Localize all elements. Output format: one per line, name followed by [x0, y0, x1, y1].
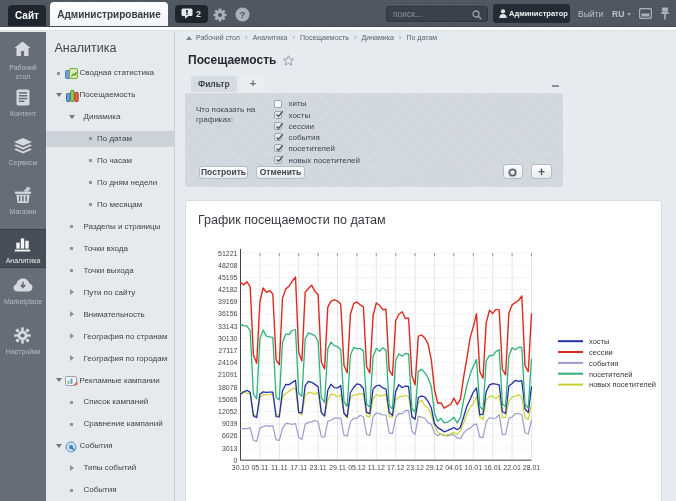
svg-text:30.10: 30.10: [232, 464, 250, 471]
svg-text:21091: 21091: [218, 371, 238, 378]
svg-text:05.11: 05.11: [251, 464, 268, 471]
svg-text:события: события: [589, 359, 618, 368]
svg-text:6026: 6026: [222, 432, 238, 439]
svg-text:новых посетителей: новых посетителей: [589, 380, 656, 389]
svg-text:04.01: 04.01: [445, 464, 463, 471]
svg-text:12052: 12052: [218, 408, 238, 415]
svg-text:05.12: 05.12: [348, 464, 366, 471]
svg-text:28.01: 28.01: [523, 464, 541, 471]
svg-text:0: 0: [234, 457, 238, 464]
svg-text:3013: 3013: [222, 445, 238, 452]
svg-text:11.12: 11.12: [368, 464, 385, 471]
svg-text:9039: 9039: [222, 420, 238, 427]
svg-text:?: ?: [240, 9, 246, 20]
svg-text:16.01: 16.01: [484, 464, 502, 471]
svg-text:51221: 51221: [218, 250, 238, 257]
svg-text:30130: 30130: [218, 335, 238, 342]
svg-text:сессии: сессии: [589, 348, 613, 357]
svg-text:посетителей: посетителей: [589, 370, 633, 379]
svg-text:23.12: 23.12: [406, 464, 424, 471]
svg-text:15065: 15065: [218, 396, 238, 403]
svg-text:33143: 33143: [218, 323, 238, 330]
svg-text:27117: 27117: [219, 347, 238, 354]
svg-text:17.12: 17.12: [387, 464, 405, 471]
svg-text:17.11: 17.11: [290, 464, 307, 471]
svg-text:45195: 45195: [218, 274, 238, 281]
svg-text:39169: 39169: [218, 298, 238, 305]
svg-text:10.01: 10.01: [465, 464, 483, 471]
svg-text:18078: 18078: [218, 384, 238, 391]
svg-text:11.11: 11.11: [271, 464, 288, 471]
svg-text:22.01: 22.01: [503, 464, 521, 471]
svg-text:29.12: 29.12: [426, 464, 444, 471]
svg-text:48208: 48208: [218, 262, 238, 269]
svg-text:36156: 36156: [218, 310, 238, 317]
svg-text:24104: 24104: [218, 359, 238, 366]
svg-text:42182: 42182: [218, 286, 238, 293]
svg-text:29.11: 29.11: [329, 464, 346, 471]
svg-text:23.11: 23.11: [310, 464, 327, 471]
svg-text:хосты: хосты: [589, 337, 609, 346]
